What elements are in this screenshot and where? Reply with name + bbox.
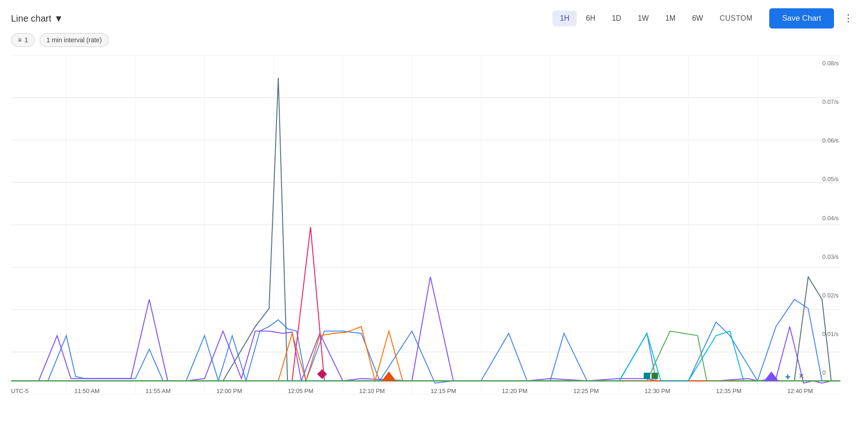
plus-marker: + bbox=[785, 372, 791, 382]
y-label-0: 0.08/s bbox=[823, 60, 839, 67]
x-label-1215: 12:15 PM bbox=[430, 388, 456, 394]
chart-area: + × 0.08/s 0.07/s 0.06/s 0.05/s 0.04/s 0… bbox=[11, 55, 840, 394]
time-btn-6w[interactable]: 6W bbox=[685, 11, 710, 26]
x-label-1155: 11:55 AM bbox=[146, 388, 171, 394]
chart-container: + × 0.08/s 0.07/s 0.06/s 0.05/s 0.04/s 0… bbox=[0, 51, 868, 417]
subheader: ≡ 1 1 min interval (rate) bbox=[0, 33, 868, 51]
time-btn-6h[interactable]: 6H bbox=[579, 11, 603, 26]
header: Line chart ▼ 1H 6H 1D 1W 1M 6W CUSTOM Sa… bbox=[0, 0, 868, 33]
chevron-down-icon: ▼ bbox=[54, 13, 63, 24]
time-btn-1w[interactable]: 1W bbox=[631, 11, 656, 26]
x-label-1240: 12:40 PM bbox=[787, 388, 813, 394]
time-btn-1d[interactable]: 1D bbox=[604, 11, 628, 26]
time-btn-1h[interactable]: 1H bbox=[552, 11, 576, 26]
square-marker-green bbox=[652, 373, 658, 379]
x-label-1220: 12:20 PM bbox=[502, 388, 528, 394]
time-btn-custom[interactable]: CUSTOM bbox=[712, 11, 760, 26]
y-axis-labels: 0.08/s 0.07/s 0.06/s 0.05/s 0.04/s 0.03/… bbox=[823, 60, 839, 376]
y-label-4: 0.04/s bbox=[823, 215, 839, 222]
time-buttons: 1H 6H 1D 1W 1M 6W CUSTOM bbox=[552, 11, 760, 26]
x-axis-labels: UTC-5 11:50 AM 11:55 AM 12:00 PM 12:05 P… bbox=[11, 388, 813, 394]
y-label-1: 0.07/s bbox=[823, 98, 839, 105]
x-label-1150: 11:50 AM bbox=[74, 388, 100, 394]
line-chart-svg: + × bbox=[11, 55, 840, 394]
square-marker-teal bbox=[644, 373, 650, 379]
x-label-1225: 12:25 PM bbox=[573, 388, 599, 394]
triangle-marker bbox=[382, 372, 396, 381]
x-label-1230: 12:30 PM bbox=[645, 388, 671, 394]
interval-button[interactable]: 1 min interval (rate) bbox=[39, 33, 109, 47]
x-label-1235: 12:35 PM bbox=[716, 388, 742, 394]
y-label-7: 0.01/s bbox=[823, 331, 839, 337]
save-chart-button[interactable]: Save Chart bbox=[769, 8, 834, 29]
chart-type-selector[interactable]: Line chart ▼ bbox=[11, 13, 63, 24]
x-label-utc: UTC-5 bbox=[11, 388, 28, 394]
x-label-1200: 12:00 PM bbox=[216, 388, 242, 394]
time-btn-1m[interactable]: 1M bbox=[658, 11, 683, 26]
y-label-3: 0.05/s bbox=[823, 176, 839, 182]
filter-count: 1 bbox=[24, 36, 28, 44]
x-marker: × bbox=[799, 371, 804, 381]
diamond-marker bbox=[317, 370, 327, 379]
chart-type-label: Line chart bbox=[11, 13, 51, 24]
more-options-button[interactable]: ⋮ bbox=[840, 11, 857, 26]
x-label-1205: 12:05 PM bbox=[288, 388, 314, 394]
filter-button[interactable]: ≡ 1 bbox=[11, 33, 35, 47]
filter-icon: ≡ bbox=[18, 36, 22, 44]
y-label-5: 0.03/s bbox=[823, 253, 839, 260]
y-label-8: 0 bbox=[823, 369, 839, 376]
y-label-2: 0.06/s bbox=[823, 137, 839, 144]
x-label-1210: 12:10 PM bbox=[359, 388, 385, 394]
y-label-6: 0.02/s bbox=[823, 292, 839, 299]
